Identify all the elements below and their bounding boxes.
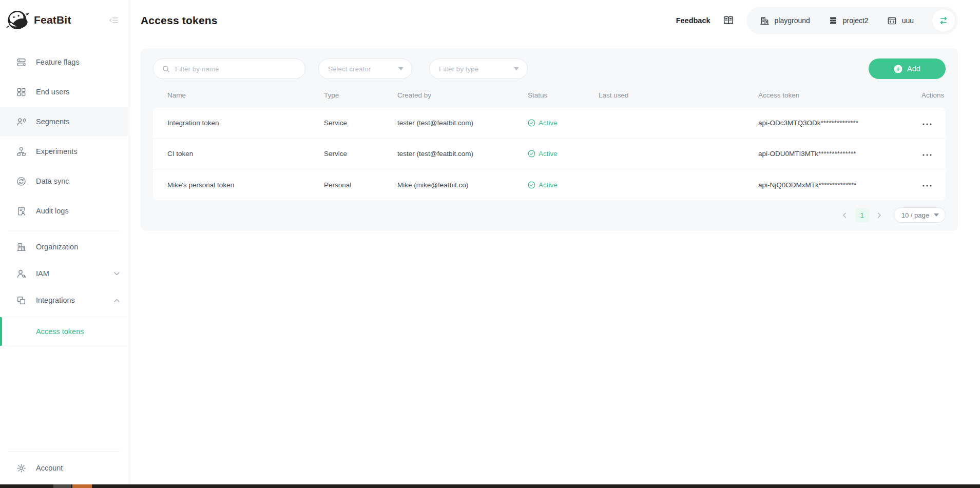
cell-actions — [921, 150, 946, 158]
context-item-uuu[interactable]: uuu — [887, 16, 914, 26]
row-actions-button[interactable] — [921, 152, 933, 158]
add-button-label: Add — [907, 65, 920, 73]
cell-type: Service — [324, 119, 397, 127]
cell-name: CI token — [167, 150, 324, 158]
book-icon[interactable] — [723, 15, 734, 26]
page-header: Access tokens Feedback playgroundproject… — [128, 0, 980, 41]
sidebar-item-end-users[interactable]: End users — [0, 77, 128, 107]
audit-logs-icon — [16, 206, 26, 216]
integrations-submenu: Access tokens — [0, 317, 128, 346]
experiments-icon — [16, 147, 26, 157]
cell-status: Active — [528, 150, 599, 158]
sidebar-item-audit-logs[interactable]: Audit logs — [0, 196, 128, 226]
sidebar-item-label: Feature flags — [36, 58, 80, 66]
sidebar-menu-primary: Feature flagsEnd usersSegmentsExperiment… — [0, 40, 128, 226]
segments-icon — [16, 117, 26, 127]
feedback-link[interactable]: Feedback — [676, 16, 710, 25]
sidebar-item-label: Integrations — [36, 296, 75, 304]
filter-row: Select creator Filter by type Add — [153, 58, 946, 79]
status-badge: Active — [539, 150, 558, 158]
chevron-up-icon — [114, 299, 120, 302]
cell-created-by: tester (test@featbit.com) — [397, 119, 528, 127]
sidebar-item-feature-flags[interactable]: Feature flags — [0, 47, 128, 77]
page-title: Access tokens — [141, 14, 218, 27]
sidebar-item-label: Segments — [36, 118, 69, 126]
context-item-label: project2 — [843, 16, 869, 25]
switch-context-button[interactable] — [932, 9, 955, 32]
caret-down-icon — [398, 67, 403, 70]
iam-icon — [16, 269, 26, 279]
current-page[interactable]: 1 — [855, 208, 869, 222]
data-sync-icon — [16, 177, 26, 186]
sidebar-menu-secondary: OrganizationIAMIntegrations — [0, 230, 128, 314]
sidebar-item-access-tokens[interactable]: Access tokens — [0, 317, 128, 346]
logo-row: FeatBit — [0, 0, 128, 40]
sidebar-item-label: End users — [36, 88, 69, 96]
cell-type: Service — [324, 150, 397, 158]
context-item-project2[interactable]: project2 — [829, 16, 869, 25]
sidebar-item-label: Experiments — [36, 147, 78, 155]
type-filter-select[interactable]: Filter by type — [429, 58, 528, 79]
sidebar-item-segments[interactable]: Segments — [0, 107, 128, 136]
creator-filter-placeholder: Select creator — [328, 65, 393, 73]
context-item-label: playground — [775, 16, 810, 25]
column-header-last-used: Last used — [599, 91, 758, 99]
cell-name: Mike's personal token — [167, 181, 324, 189]
context-item-label: uuu — [902, 16, 914, 25]
sidebar-item-label: Access tokens — [36, 327, 84, 336]
name-filter-input[interactable] — [175, 65, 298, 73]
sidebar-item-experiments[interactable]: Experiments — [0, 136, 128, 166]
creator-filter-select[interactable]: Select creator — [318, 58, 412, 79]
featbit-logo-icon — [6, 9, 29, 31]
sidebar-item-account[interactable]: Account — [0, 452, 128, 484]
row-actions-button[interactable] — [921, 183, 933, 189]
sidebar-item-integrations[interactable]: Integrations — [0, 287, 128, 314]
cell-type: Personal — [324, 181, 397, 189]
integrations-icon — [16, 296, 26, 305]
plus-icon — [894, 65, 902, 73]
sidebar-item-data-sync[interactable]: Data sync — [0, 166, 128, 196]
taskbar-segment — [53, 484, 71, 488]
app-window: FeatBit Feature flagsEnd usersSegmentsEx… — [0, 0, 980, 484]
sidebar-item-label: Account — [36, 464, 63, 472]
cell-created-by: tester (test@featbit.com) — [397, 150, 528, 158]
caret-down-icon — [934, 213, 939, 217]
cell-name: Integration token — [167, 119, 324, 127]
name-filter[interactable] — [153, 58, 305, 79]
column-header-actions: Actions — [921, 91, 946, 99]
status-badge: Active — [539, 181, 558, 189]
cell-status: Active — [528, 181, 599, 189]
sidebar-item-label: Organization — [36, 243, 78, 251]
pagination: 1 10 / page — [153, 207, 946, 223]
brand-name: FeatBit — [34, 14, 71, 26]
sidebar-item-iam[interactable]: IAM — [0, 260, 128, 287]
row-actions-button[interactable] — [921, 121, 933, 127]
chevron-down-icon — [114, 272, 120, 276]
column-header-type: Type — [324, 91, 397, 99]
context-switcher: playgroundproject2uuu — [746, 7, 958, 34]
collapse-sidebar-button[interactable] — [109, 15, 119, 25]
cell-access-token: api-ODU0MTI3MTk************** — [758, 150, 921, 158]
sidebar-item-label: Audit logs — [36, 207, 69, 215]
account-section: Account — [0, 451, 128, 484]
organization-icon — [16, 242, 26, 252]
sidebar-item-label: Data sync — [36, 177, 69, 185]
tokens-table: NameTypeCreated byStatusLast usedAccess … — [153, 82, 946, 200]
prev-page-button[interactable] — [839, 209, 851, 221]
gear-icon — [16, 463, 26, 473]
next-page-button[interactable] — [873, 209, 886, 221]
sidebar-item-organization[interactable]: Organization — [0, 233, 128, 260]
context-item-playground[interactable]: playground — [760, 16, 810, 26]
cell-status: Active — [528, 119, 599, 127]
page-size-select[interactable]: 10 / page — [894, 207, 946, 223]
feature-flags-icon — [16, 57, 26, 67]
cell-created-by: Mike (mike@featbit.co) — [397, 181, 528, 189]
column-header-created-by: Created by — [397, 91, 528, 99]
active-indicator — [0, 317, 2, 346]
column-header-status: Status — [528, 91, 599, 99]
organization-dark-icon — [760, 16, 770, 26]
table-header: NameTypeCreated byStatusLast usedAccess … — [153, 82, 946, 108]
search-icon — [162, 65, 170, 73]
table-row: Integration tokenServicetester (test@fea… — [153, 108, 946, 139]
add-token-button[interactable]: Add — [869, 58, 946, 79]
